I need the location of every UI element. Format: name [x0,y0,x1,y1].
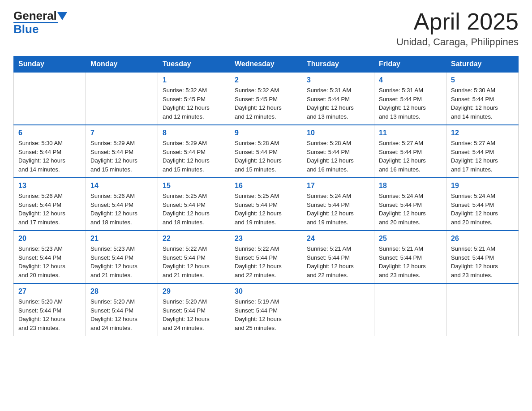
calendar-cell: 2Sunrise: 5:32 AMSunset: 5:45 PMDaylight… [230,72,302,125]
day-number: 13 [18,182,81,190]
column-header-saturday: Saturday [446,56,519,73]
week-row-5: 27Sunrise: 5:20 AMSunset: 5:44 PMDayligh… [14,283,519,336]
day-number: 30 [235,287,297,295]
calendar-cell: 5Sunrise: 5:30 AMSunset: 5:44 PMDaylight… [446,72,519,125]
day-info: Sunrise: 5:24 AMSunset: 5:44 PMDaylight:… [451,192,514,227]
day-number: 10 [307,129,369,137]
day-info: Sunrise: 5:22 AMSunset: 5:44 PMDaylight:… [163,244,225,279]
day-info: Sunrise: 5:21 AMSunset: 5:44 PMDaylight:… [451,244,514,279]
day-number: 1 [163,76,225,84]
day-info: Sunrise: 5:26 AMSunset: 5:44 PMDaylight:… [18,192,81,227]
day-info: Sunrise: 5:23 AMSunset: 5:44 PMDaylight:… [90,244,153,279]
day-info: Sunrise: 5:25 AMSunset: 5:44 PMDaylight:… [235,192,297,227]
day-number: 20 [18,235,81,243]
day-number: 21 [90,235,153,243]
calendar-cell: 8Sunrise: 5:29 AMSunset: 5:44 PMDaylight… [158,125,230,178]
day-info: Sunrise: 5:26 AMSunset: 5:44 PMDaylight:… [90,192,153,227]
day-info: Sunrise: 5:27 AMSunset: 5:44 PMDaylight:… [451,139,514,174]
calendar-cell [86,72,158,125]
day-info: Sunrise: 5:23 AMSunset: 5:44 PMDaylight:… [18,244,81,279]
calendar-table: SundayMondayTuesdayWednesdayThursdayFrid… [13,56,519,336]
day-number: 15 [163,182,225,190]
day-info: Sunrise: 5:24 AMSunset: 5:44 PMDaylight:… [379,192,442,227]
day-info: Sunrise: 5:20 AMSunset: 5:44 PMDaylight:… [163,297,225,332]
title-area: April 2025 Unidad, Caraga, Philippines [396,9,519,48]
calendar-cell: 22Sunrise: 5:22 AMSunset: 5:44 PMDayligh… [158,231,230,283]
calendar-cell: 26Sunrise: 5:21 AMSunset: 5:44 PMDayligh… [446,231,519,283]
day-info: Sunrise: 5:27 AMSunset: 5:44 PMDaylight:… [379,139,442,174]
day-number: 26 [451,235,514,243]
logo-blue-text: Blue [13,22,39,36]
calendar-cell: 23Sunrise: 5:22 AMSunset: 5:44 PMDayligh… [230,231,302,283]
day-number: 24 [307,235,369,243]
calendar-cell: 30Sunrise: 5:19 AMSunset: 5:44 PMDayligh… [230,283,302,336]
calendar-cell: 15Sunrise: 5:25 AMSunset: 5:44 PMDayligh… [158,178,230,231]
day-number: 5 [451,76,514,84]
day-info: Sunrise: 5:32 AMSunset: 5:45 PMDaylight:… [235,86,297,121]
day-number: 18 [379,182,442,190]
calendar-cell [302,283,374,336]
day-info: Sunrise: 5:28 AMSunset: 5:44 PMDaylight:… [307,139,369,174]
day-number: 27 [18,287,81,295]
day-number: 28 [90,287,153,295]
calendar-cell: 16Sunrise: 5:25 AMSunset: 5:44 PMDayligh… [230,178,302,231]
day-number: 16 [235,182,297,190]
day-info: Sunrise: 5:22 AMSunset: 5:44 PMDaylight:… [235,244,297,279]
calendar-cell: 21Sunrise: 5:23 AMSunset: 5:44 PMDayligh… [86,231,158,283]
day-number: 29 [163,287,225,295]
calendar-cell: 20Sunrise: 5:23 AMSunset: 5:44 PMDayligh… [14,231,86,283]
calendar-cell: 11Sunrise: 5:27 AMSunset: 5:44 PMDayligh… [374,125,446,178]
day-number: 6 [18,129,81,137]
header: General Blue April 2025 Unidad, Caraga, … [13,9,519,48]
calendar-cell: 13Sunrise: 5:26 AMSunset: 5:44 PMDayligh… [14,178,86,231]
column-header-thursday: Thursday [302,56,374,73]
calendar-cell: 17Sunrise: 5:24 AMSunset: 5:44 PMDayligh… [302,178,374,231]
calendar-cell: 27Sunrise: 5:20 AMSunset: 5:44 PMDayligh… [14,283,86,336]
calendar-cell [446,283,519,336]
day-info: Sunrise: 5:20 AMSunset: 5:44 PMDaylight:… [18,297,81,332]
location-subtitle: Unidad, Caraga, Philippines [396,36,519,48]
week-row-4: 20Sunrise: 5:23 AMSunset: 5:44 PMDayligh… [14,231,519,283]
day-number: 9 [235,129,297,137]
logo-area: General Blue [13,9,67,36]
day-number: 14 [90,182,153,190]
svg-marker-0 [57,12,67,20]
day-info: Sunrise: 5:31 AMSunset: 5:44 PMDaylight:… [307,86,369,121]
day-info: Sunrise: 5:19 AMSunset: 5:44 PMDaylight:… [235,297,297,332]
calendar-cell: 6Sunrise: 5:30 AMSunset: 5:44 PMDaylight… [14,125,86,178]
calendar-cell: 14Sunrise: 5:26 AMSunset: 5:44 PMDayligh… [86,178,158,231]
day-info: Sunrise: 5:20 AMSunset: 5:44 PMDaylight:… [90,297,153,332]
calendar-cell: 7Sunrise: 5:29 AMSunset: 5:44 PMDaylight… [86,125,158,178]
day-number: 25 [379,235,442,243]
day-info: Sunrise: 5:31 AMSunset: 5:44 PMDaylight:… [379,86,442,121]
calendar-cell: 10Sunrise: 5:28 AMSunset: 5:44 PMDayligh… [302,125,374,178]
day-info: Sunrise: 5:29 AMSunset: 5:44 PMDaylight:… [90,139,153,174]
day-number: 11 [379,129,442,137]
day-number: 7 [90,129,153,137]
calendar-cell: 28Sunrise: 5:20 AMSunset: 5:44 PMDayligh… [86,283,158,336]
column-header-wednesday: Wednesday [230,56,302,73]
calendar-cell: 3Sunrise: 5:31 AMSunset: 5:44 PMDaylight… [302,72,374,125]
day-info: Sunrise: 5:32 AMSunset: 5:45 PMDaylight:… [163,86,225,121]
day-info: Sunrise: 5:21 AMSunset: 5:44 PMDaylight:… [307,244,369,279]
day-info: Sunrise: 5:28 AMSunset: 5:44 PMDaylight:… [235,139,297,174]
calendar-cell [14,72,86,125]
day-number: 19 [451,182,514,190]
month-year-title: April 2025 [396,9,519,34]
day-number: 2 [235,76,297,84]
column-header-tuesday: Tuesday [158,56,230,73]
day-number: 12 [451,129,514,137]
day-info: Sunrise: 5:21 AMSunset: 5:44 PMDaylight:… [379,244,442,279]
column-header-monday: Monday [86,56,158,73]
day-number: 17 [307,182,369,190]
day-number: 4 [379,76,442,84]
calendar-cell [374,283,446,336]
column-header-friday: Friday [374,56,446,73]
calendar-header-row: SundayMondayTuesdayWednesdayThursdayFrid… [14,56,519,73]
day-info: Sunrise: 5:30 AMSunset: 5:44 PMDaylight:… [451,86,514,121]
day-number: 3 [307,76,369,84]
calendar-cell: 29Sunrise: 5:20 AMSunset: 5:44 PMDayligh… [158,283,230,336]
day-info: Sunrise: 5:24 AMSunset: 5:44 PMDaylight:… [307,192,369,227]
day-number: 23 [235,235,297,243]
calendar-cell: 4Sunrise: 5:31 AMSunset: 5:44 PMDaylight… [374,72,446,125]
